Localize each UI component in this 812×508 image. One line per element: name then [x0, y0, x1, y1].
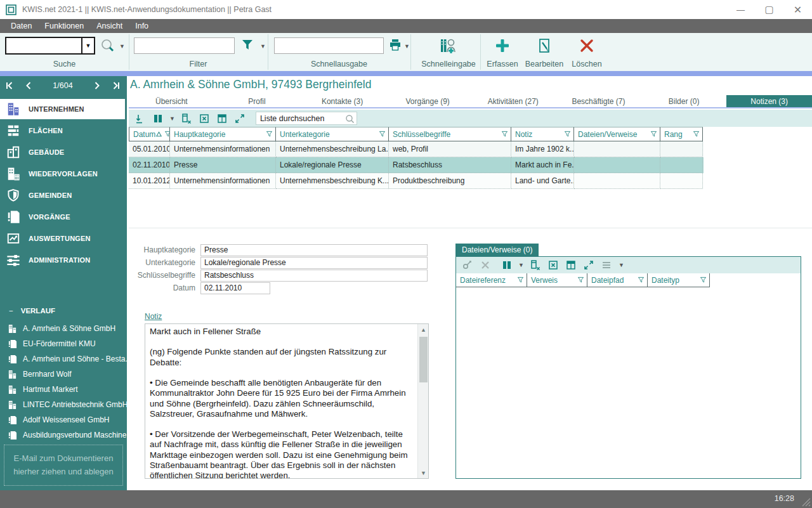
minimize-button[interactable]: — — [726, 0, 755, 19]
menu-daten[interactable]: Daten — [5, 20, 37, 32]
history-item[interactable]: Ausbildungsverbund Maschine... — [0, 427, 127, 443]
tab-vorgaenge[interactable]: Vorgänge (9) — [385, 95, 471, 107]
menu-caret-icon[interactable]: ▼ — [619, 262, 624, 268]
filter-funnel-icon[interactable] — [564, 131, 571, 138]
columns-icon[interactable] — [152, 112, 164, 124]
filter-funnel-icon[interactable] — [379, 131, 386, 138]
column-header-verweis[interactable]: Verweis — [527, 273, 587, 287]
previous-record-icon[interactable] — [19, 81, 38, 90]
menu-funktionen[interactable]: Funktionen — [39, 20, 89, 32]
columns-icon[interactable] — [501, 259, 513, 271]
filter-funnel-icon[interactable] — [650, 131, 657, 138]
excel-export-icon[interactable] — [547, 259, 560, 271]
sidebar-item-gebaeude[interactable]: GEBÄUDE — [0, 142, 125, 162]
column-header-dateipfad[interactable]: Dateipfad — [587, 273, 648, 287]
sidebar-item-wiedervorlagen[interactable]: WIEDERVORLAGEN — [0, 164, 125, 184]
print-icon[interactable] — [388, 38, 402, 52]
columns-caret-icon[interactable]: ▼ — [518, 262, 524, 268]
loeschen-button[interactable]: Löschen — [567, 33, 606, 71]
schluesselbegriffe-input[interactable] — [200, 270, 428, 282]
scroll-down-icon[interactable]: ▼ — [418, 467, 429, 478]
expand-icon[interactable] — [234, 112, 246, 124]
table-view-icon[interactable] — [565, 259, 577, 271]
bearbeiten-button[interactable]: Bearbeiten — [523, 33, 565, 71]
tab-kontakte[interactable]: Kontakte (3) — [299, 95, 385, 107]
filter-funnel-icon[interactable] — [577, 277, 584, 283]
column-header-schluesselbegriffe[interactable]: Schlüsselbegriffe — [389, 127, 511, 141]
expand-icon[interactable] — [583, 259, 595, 271]
filter-funnel-icon[interactable] — [517, 277, 524, 283]
notiz-textarea[interactable]: Markt auch in Fellener Straße (ng) Folge… — [145, 323, 429, 479]
sidebar-item-auswertungen[interactable]: AUSWERTUNGEN — [0, 228, 125, 249]
search-combo-dropdown[interactable]: ▼ — [81, 38, 94, 53]
column-header-dateityp[interactable]: Dateityp — [648, 273, 710, 287]
close-button[interactable]: ✕ — [783, 0, 812, 19]
table-row[interactable]: 05.01.2010 Unternehmensinformationen Unt… — [129, 141, 704, 157]
last-record-icon[interactable] — [107, 81, 126, 90]
history-item[interactable]: A. Amrhein & Söhne GmbH — [0, 321, 127, 336]
notiz-label[interactable]: Notiz — [145, 312, 162, 321]
tab-bilder[interactable]: Bilder (0) — [641, 95, 727, 107]
sidebar-item-administration[interactable]: ADMINISTRATION — [0, 250, 125, 270]
table-row-selected[interactable]: 02.11.2010 Presse Lokale/regionale Press… — [129, 157, 704, 173]
history-item[interactable]: LINTEC Antriebstechnik GmbH — [0, 397, 127, 412]
datum-input[interactable] — [200, 282, 270, 294]
notiz-text[interactable]: Markt auch in Fellener Straße (ng) Folge… — [145, 324, 417, 478]
filter-options-caret-icon[interactable]: ▼ — [260, 43, 266, 49]
first-record-icon[interactable] — [0, 81, 19, 90]
history-item[interactable]: Adolf Weissenseel GmbH — [0, 412, 127, 427]
filter-funnel-icon[interactable] — [266, 131, 273, 138]
sidebar-item-flaechen[interactable]: FLÄCHEN — [0, 120, 125, 141]
sidebar-item-unternehmen[interactable]: UNTERNEHMEN — [0, 99, 125, 119]
column-header-dateien-verweise[interactable]: Dateien/Verweise — [574, 127, 660, 141]
filter-funnel-icon[interactable] — [240, 38, 254, 52]
history-item[interactable]: Bernhard Wolf — [0, 367, 127, 382]
filter-input[interactable] — [134, 37, 235, 54]
notiz-scrollbar[interactable]: ▲ ▼ — [417, 324, 428, 478]
email-dropzone[interactable]: E-Mail zum Dokumentieren hierher ziehen … — [4, 445, 123, 486]
history-item[interactable]: EU-Fördermittel KMU — [0, 336, 127, 351]
menu-ansicht[interactable]: Ansicht — [91, 20, 128, 32]
table-view-icon[interactable] — [216, 112, 228, 124]
column-header-rang[interactable]: Rang — [660, 127, 703, 141]
sidebar-item-vorgaenge[interactable]: VORGÄNGE — [0, 207, 125, 227]
hauptkategorie-input[interactable] — [200, 244, 428, 256]
resize-grip-icon[interactable] — [802, 498, 811, 507]
column-header-hauptkategorie[interactable]: Hauptkategorie — [170, 127, 276, 141]
tab-beschaeftigte[interactable]: Beschäftigte (7) — [556, 95, 641, 107]
filter-funnel-icon[interactable] — [700, 277, 707, 283]
attach-file-icon[interactable] — [461, 259, 473, 271]
tab-profil[interactable]: Profil — [214, 95, 300, 107]
tab-notizen[interactable]: Notizen (3) — [726, 95, 812, 107]
scroll-thumb[interactable] — [419, 337, 428, 382]
unterkategorie-input[interactable] — [200, 257, 428, 269]
scroll-up-icon[interactable]: ▲ — [418, 324, 429, 335]
menu-icon[interactable] — [601, 259, 613, 271]
maximize-button[interactable]: ▢ — [755, 0, 783, 19]
next-record-icon[interactable] — [88, 81, 107, 90]
search-input[interactable] — [6, 38, 81, 53]
schnelleingabe-button[interactable]: Schnelleingabe — [417, 33, 480, 71]
filter-funnel-icon[interactable] — [501, 131, 508, 138]
list-search-box[interactable] — [256, 112, 357, 125]
column-header-datum[interactable]: Datum — [129, 127, 170, 141]
erfassen-button[interactable]: Erfassen — [483, 33, 521, 71]
column-header-notiz[interactable]: Notiz — [511, 127, 574, 141]
sidebar-item-gemeinden[interactable]: GEMEINDEN — [0, 185, 125, 205]
files-panel-tab[interactable]: Dateien/Verweise (0) — [455, 244, 539, 256]
search-icon[interactable] — [100, 38, 115, 53]
filter-funnel-icon[interactable] — [638, 277, 645, 283]
search-options-caret-icon[interactable]: ▼ — [119, 43, 125, 49]
tab-uebersicht[interactable]: Übersicht — [129, 95, 214, 107]
remove-column-icon[interactable] — [530, 259, 542, 271]
history-item[interactable]: Hartmut Markert — [0, 382, 127, 397]
history-item[interactable]: A. Amrhein und Söhne - Besta... — [0, 351, 127, 367]
menu-info[interactable]: Info — [129, 20, 154, 32]
search-combobox[interactable]: ▼ — [5, 37, 95, 55]
schnellausgabe-input[interactable] — [274, 37, 384, 54]
column-header-unterkategorie[interactable]: Unterkategorie — [276, 127, 389, 141]
tab-aktivitaeten[interactable]: Aktivitäten (27) — [471, 95, 556, 107]
verlauf-header[interactable]: − VERLAUF — [9, 307, 55, 315]
columns-caret-icon[interactable]: ▼ — [169, 115, 175, 122]
horizontal-splitter[interactable] — [129, 228, 812, 228]
